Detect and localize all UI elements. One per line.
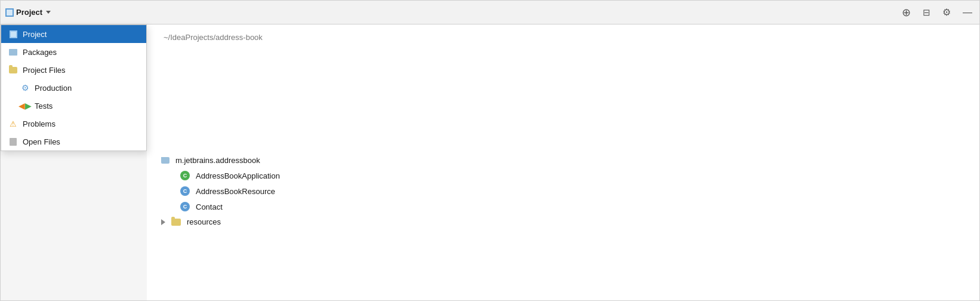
chevron-down-icon bbox=[46, 11, 51, 14]
open-files-icon bbox=[8, 137, 18, 146]
project-icon bbox=[5, 8, 14, 17]
resources-folder-icon bbox=[171, 219, 181, 226]
contact-label: Contact bbox=[196, 202, 223, 211]
dropdown-item-packages-label: Packages bbox=[23, 48, 57, 57]
addressbookapplication-label: AddressBookApplication bbox=[196, 171, 280, 180]
tree-item-addressbookapplication[interactable]: C AddressBookApplication bbox=[156, 168, 979, 183]
tree-area: ~/IdeaProjects/address-book m.jetbrains.… bbox=[147, 24, 979, 300]
class-application-icon: C bbox=[180, 171, 190, 180]
dropdown-item-tests-label: Tests bbox=[35, 102, 53, 110]
dropdown-item-production[interactable]: ⚙ Production bbox=[1, 79, 146, 97]
toolbar-title-label: Project bbox=[16, 8, 42, 17]
warning-icon: ⚠ bbox=[8, 119, 18, 128]
production-gear-icon: ⚙ bbox=[20, 83, 30, 93]
tests-icon: ◀▶ bbox=[20, 101, 30, 110]
settings-button[interactable]: ⚙ bbox=[940, 5, 953, 19]
dropdown-menu: Project Packages Project Files bbox=[1, 24, 147, 151]
packages-folder-icon bbox=[161, 157, 170, 164]
main-panel: Project ⊕ ⊟ ⚙ — bbox=[0, 0, 980, 301]
dropdown-item-problems-label: Problems bbox=[23, 119, 56, 128]
dropdown-item-open-files[interactable]: Open Files bbox=[1, 133, 146, 150]
dropdown-item-project[interactable]: Project bbox=[1, 25, 146, 43]
add-content-root-button[interactable]: ⊕ bbox=[899, 5, 913, 20]
add-icon: ⊕ bbox=[902, 6, 911, 19]
square-icon bbox=[8, 29, 18, 39]
tree-item-resources[interactable]: resources bbox=[156, 214, 979, 229]
project-dropdown-trigger[interactable]: Project bbox=[5, 8, 51, 17]
dropdown-item-problems[interactable]: ⚠ Problems bbox=[1, 115, 146, 133]
package-label: m.jetbrains.addressbook bbox=[175, 156, 260, 165]
dropdown-item-open-files-label: Open Files bbox=[23, 137, 60, 146]
gear-icon: ⚙ bbox=[942, 7, 951, 18]
tree-item-addressbookresource[interactable]: C AddressBookResource bbox=[156, 183, 979, 199]
toolbar: Project ⊕ ⊟ ⚙ — bbox=[1, 1, 979, 24]
collapse-icon: ⊟ bbox=[923, 7, 930, 18]
dropdown-item-project-files-label: Project Files bbox=[23, 66, 66, 75]
expand-arrow-icon bbox=[161, 219, 165, 225]
tree-item-package[interactable]: m.jetbrains.addressbook bbox=[156, 153, 979, 168]
dropdown-item-project-files[interactable]: Project Files bbox=[1, 61, 146, 79]
class-contact-icon: C bbox=[180, 202, 190, 211]
resources-label: resources bbox=[187, 217, 221, 226]
addressbookresource-label: AddressBookResource bbox=[196, 187, 275, 196]
path-text: ~/IdeaProjects/address-book bbox=[164, 33, 263, 42]
project-files-icon bbox=[8, 65, 18, 75]
toolbar-left: Project bbox=[5, 8, 51, 17]
tree-path-header: ~/IdeaProjects/address-book bbox=[156, 29, 979, 45]
minimize-icon: — bbox=[963, 8, 972, 17]
content-area: Project Packages Project Files bbox=[1, 24, 979, 300]
dropdown-item-project-label: Project bbox=[23, 30, 47, 39]
dropdown-item-tests[interactable]: ◀▶ Tests bbox=[1, 97, 146, 115]
collapse-all-button[interactable]: ⊟ bbox=[920, 6, 933, 19]
class-resource-icon: C bbox=[180, 186, 190, 196]
dropdown-item-production-label: Production bbox=[35, 84, 72, 93]
minimize-button[interactable]: — bbox=[960, 7, 975, 19]
dropdown-item-packages[interactable]: Packages bbox=[1, 43, 146, 61]
packages-icon bbox=[8, 47, 18, 57]
toolbar-right: ⊕ ⊟ ⚙ — bbox=[899, 5, 975, 20]
tree-item-contact[interactable]: C Contact bbox=[156, 199, 979, 214]
